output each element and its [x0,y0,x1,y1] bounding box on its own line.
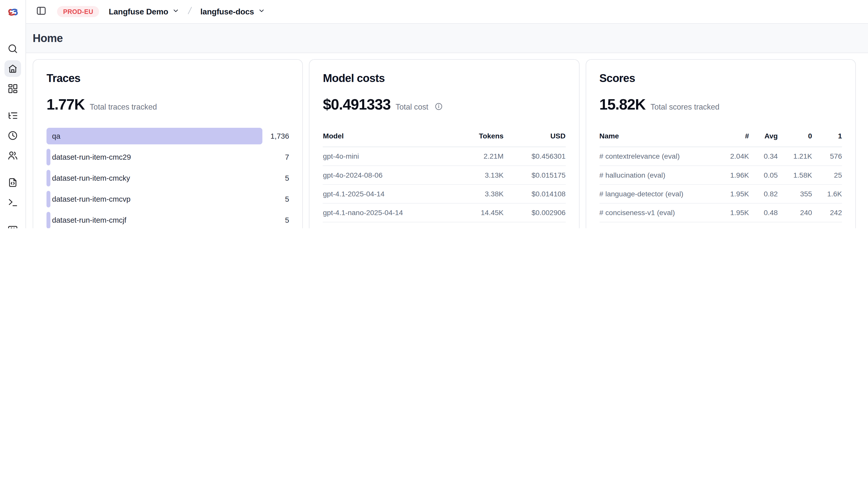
cell: $0.002843 [504,228,566,228]
traces-total: 1.77K [47,96,85,113]
cell: 0.34 [749,152,778,160]
cell: 1.92K [717,228,749,228]
cell: gpt-4.1-nano-2025-04-14 [323,208,450,217]
sidebar-item-evaluation[interactable] [4,221,21,228]
cell: 240 [778,208,812,217]
score-row: # language-detector (eval)1.95K0.823551.… [599,185,842,204]
cell: 14 [812,228,842,228]
cell: 0.05 [749,171,778,179]
cell: 1.58K [778,171,812,179]
sidebar-item-sessions[interactable] [4,127,21,144]
traces-total-label: Total traces tracked [90,102,157,111]
traces-card: Traces 1.77K Total traces tracked qa1,73… [33,59,303,228]
model-costs-title: Model costs [323,71,566,85]
score-row: # contextrelevance (eval)2.04K0.341.21K5… [599,147,842,166]
list-tree-icon [7,110,18,121]
file-code-icon [7,177,18,188]
cell: 242 [812,208,842,217]
org-switcher[interactable]: Langfuse Demo [109,7,179,16]
sidebar-item-home[interactable] [4,60,21,77]
sidebar-item-search[interactable] [4,40,21,57]
cell: 2.21M [450,152,504,160]
langfuse-logo[interactable] [0,0,26,24]
model-cost-row: gpt-4o-mini2.21M$0.456301 [323,147,566,166]
cell: 355 [778,190,812,198]
cell: gpt-4o-2024-08-06 [323,171,450,179]
trace-bar-value: 5 [285,195,289,204]
scores-card: Scores 15.82K Total scores tracked Name … [585,59,856,228]
trace-bar-value: 7 [285,153,289,161]
trace-bar-row: qa1,736 [47,128,289,145]
cell: 14.45K [450,208,504,217]
terminal-icon [7,197,18,208]
trace-bar [47,212,50,228]
cell: 3.13K [450,171,504,179]
cell: 28.43K [450,228,504,228]
sidebar-toggle-button[interactable] [34,4,48,19]
users-icon [7,150,18,161]
col-tokens: Tokens [450,132,504,140]
trace-bar-row: dataset-run-item-cmcjf5 [47,212,289,228]
scores-table: Name # Avg 0 1 # contextrelevance (eval)… [599,132,842,228]
scores-title: Scores [599,71,842,85]
trace-bar-value: 1,736 [271,132,289,140]
traces-bar-list: qa1,736dataset-run-item-cmc297dataset-ru… [47,128,289,228]
trace-bar-label: dataset-run-item-cmcky [52,174,130,182]
cell: # hallucination (eval) [599,171,717,179]
app-viewport: FK PROD-EU Langfuse Demo langfuse-docs H… [0,0,868,228]
col-usd: USD [504,132,566,140]
sidebar-item-prompts[interactable] [4,174,21,191]
sidebar: FK [0,0,26,228]
col-one: 1 [812,132,842,140]
slash-divider-icon [185,5,195,18]
cell: $0.456301 [504,152,566,160]
info-icon[interactable] [435,102,443,113]
cell: 0.01 [749,228,778,228]
sidebar-nav [4,24,21,228]
trace-bar [47,149,50,166]
dashboard-grid-icon [7,83,18,94]
model-costs-card: Model costs $0.491333 Total cost Model T… [309,59,580,228]
cell: # language-detector (eval) [599,190,717,198]
traces-card-title: Traces [47,71,289,85]
page-header: Home [26,24,868,53]
cell: gpt-4o-mini [323,152,450,160]
cell: # contextrelevance (eval) [599,152,717,160]
environment-badge: PROD-EU [57,6,99,17]
cell: 1.9K [778,228,812,228]
dashboard-content: Traces 1.77K Total traces tracked qa1,73… [26,53,868,228]
cell: 25 [812,171,842,179]
sidebar-item-dashboards[interactable] [4,80,21,97]
cell: 3.38K [450,190,504,198]
score-row: # hallucination (eval)1.96K0.051.58K25 [599,166,842,185]
sidebar-item-playground[interactable] [4,194,21,211]
scores-total: 15.82K [599,96,645,113]
trace-bar [47,191,50,207]
cell: $0.015175 [504,171,566,179]
cell: text-embedding-ada-002 [323,228,450,228]
cell: 1.95K [717,190,749,198]
trace-bar [47,170,50,186]
square-percent-icon [7,224,18,228]
model-costs-table: Model Tokens USD gpt-4o-mini2.21M$0.4563… [323,132,566,228]
trace-bar-value: 5 [285,216,289,224]
cell: # contains-pii (eval) [599,228,717,228]
model-cost-row: gpt-4.1-nano-2025-04-1414.45K$0.002906 [323,204,566,222]
cell: 576 [812,152,842,160]
cell: 1.95K [717,208,749,217]
trace-bar-label: dataset-run-item-cmcvp [52,195,131,204]
clock-icon [7,130,18,141]
sidebar-item-tracing[interactable] [4,107,21,124]
cell: 2.04K [717,152,749,160]
sidebar-item-users[interactable] [4,147,21,164]
score-row: # conciseness-v1 (eval)1.95K0.48240242 [599,204,842,222]
trace-bar-row: dataset-run-item-cmcvp5 [47,191,289,207]
chevron-down-icon [172,7,179,16]
model-cost-row: text-embedding-ada-00228.43K$0.002843 [323,222,566,228]
cell: $0.002906 [504,208,566,217]
search-icon [7,43,18,54]
col-zero: 0 [778,132,812,140]
topbar: PROD-EU Langfuse Demo langfuse-docs [26,0,868,24]
project-switcher[interactable]: langfuse-docs [200,7,265,16]
trace-bar [47,128,263,145]
